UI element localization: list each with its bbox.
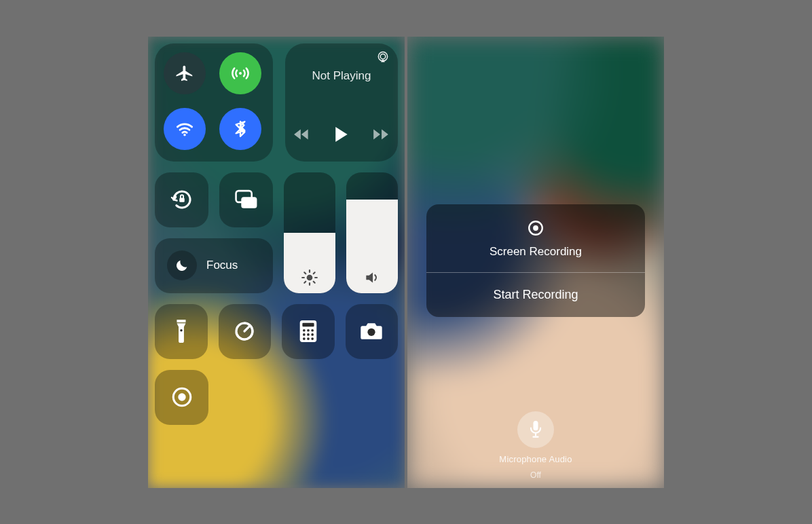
control-center: Not Playing bbox=[148, 37, 405, 488]
bluetooth-icon bbox=[232, 120, 249, 138]
flashlight-icon bbox=[174, 320, 188, 343]
brightness-icon bbox=[284, 269, 335, 286]
connectivity-panel[interactable] bbox=[155, 43, 273, 162]
microphone-toggle[interactable] bbox=[517, 411, 554, 448]
svg-point-3 bbox=[380, 54, 386, 59]
bluetooth-toggle[interactable] bbox=[219, 108, 261, 150]
svg-point-16 bbox=[180, 329, 182, 331]
svg-point-28 bbox=[311, 337, 314, 340]
start-recording-button[interactable]: Start Recording bbox=[426, 273, 645, 317]
record-icon bbox=[170, 386, 193, 409]
svg-line-13 bbox=[314, 281, 315, 282]
calculator-icon bbox=[299, 320, 317, 342]
screen-recording-screenshot: Screen Recording Start Recording Microph… bbox=[407, 37, 664, 488]
svg-rect-19 bbox=[302, 323, 314, 327]
calculator-button[interactable] bbox=[282, 304, 335, 359]
volume-slider[interactable] bbox=[346, 172, 398, 293]
svg-point-26 bbox=[303, 337, 306, 340]
moon-icon bbox=[174, 258, 189, 273]
media-controls bbox=[293, 126, 390, 153]
screenshots-pair: Not Playing bbox=[148, 37, 664, 488]
svg-point-25 bbox=[311, 333, 314, 336]
microphone-label: Microphone Audio bbox=[499, 454, 572, 464]
svg-point-22 bbox=[311, 329, 314, 332]
screen-mirroring-icon bbox=[234, 189, 259, 210]
camera-icon bbox=[360, 322, 383, 341]
screen-mirroring-button[interactable] bbox=[219, 172, 273, 227]
microphone-state: Off bbox=[530, 470, 541, 480]
svg-rect-4 bbox=[179, 198, 185, 202]
play-icon bbox=[334, 126, 349, 143]
screen-record-button[interactable] bbox=[155, 370, 208, 425]
svg-point-21 bbox=[307, 329, 310, 332]
svg-point-1 bbox=[183, 134, 186, 136]
svg-point-27 bbox=[307, 337, 310, 340]
sheet-title: Screen Recording bbox=[490, 245, 582, 259]
play-button[interactable] bbox=[334, 126, 349, 143]
timer-icon bbox=[234, 320, 255, 342]
media-status: Not Playing bbox=[312, 69, 371, 83]
airplay-icon[interactable] bbox=[376, 50, 390, 64]
rewind-icon bbox=[293, 128, 311, 141]
svg-line-15 bbox=[314, 272, 315, 274]
rewind-button[interactable] bbox=[293, 128, 311, 141]
flashlight-button[interactable] bbox=[155, 304, 208, 359]
svg-point-0 bbox=[239, 72, 242, 75]
sheet-header: Screen Recording bbox=[426, 204, 645, 272]
svg-point-20 bbox=[303, 329, 306, 332]
forward-button[interactable] bbox=[372, 128, 390, 141]
svg-point-29 bbox=[368, 329, 375, 336]
svg-point-24 bbox=[307, 333, 310, 336]
media-panel[interactable]: Not Playing bbox=[285, 43, 398, 162]
orientation-lock-toggle[interactable] bbox=[155, 172, 208, 227]
camera-button[interactable] bbox=[346, 304, 399, 359]
focus-toggle[interactable]: Focus bbox=[155, 238, 273, 293]
microphone-block: Microphone Audio Off bbox=[407, 411, 664, 480]
screen-recording-sheet: Screen Recording Start Recording bbox=[426, 204, 645, 317]
control-center-screenshot: Not Playing bbox=[148, 37, 405, 488]
record-icon bbox=[527, 219, 545, 237]
svg-point-33 bbox=[533, 225, 538, 231]
volume-icon bbox=[346, 269, 398, 286]
airplane-icon bbox=[174, 63, 195, 83]
forward-icon bbox=[372, 128, 390, 141]
cellular-icon bbox=[230, 63, 251, 83]
airplane-mode-toggle[interactable] bbox=[164, 52, 206, 94]
orientation-lock-icon bbox=[170, 187, 194, 212]
timer-button[interactable] bbox=[219, 304, 272, 359]
svg-rect-34 bbox=[533, 421, 538, 430]
wifi-icon bbox=[174, 119, 195, 139]
brightness-slider[interactable] bbox=[284, 172, 335, 293]
svg-point-23 bbox=[303, 333, 306, 336]
focus-label: Focus bbox=[206, 259, 238, 272]
wifi-toggle[interactable] bbox=[164, 108, 206, 150]
svg-rect-6 bbox=[241, 197, 257, 208]
svg-point-31 bbox=[178, 393, 185, 400]
moon-icon-wrap bbox=[167, 250, 197, 280]
microphone-icon bbox=[528, 421, 543, 438]
svg-line-14 bbox=[304, 281, 306, 282]
svg-point-7 bbox=[307, 274, 313, 280]
svg-line-12 bbox=[304, 272, 306, 274]
cellular-data-toggle[interactable] bbox=[219, 52, 261, 94]
